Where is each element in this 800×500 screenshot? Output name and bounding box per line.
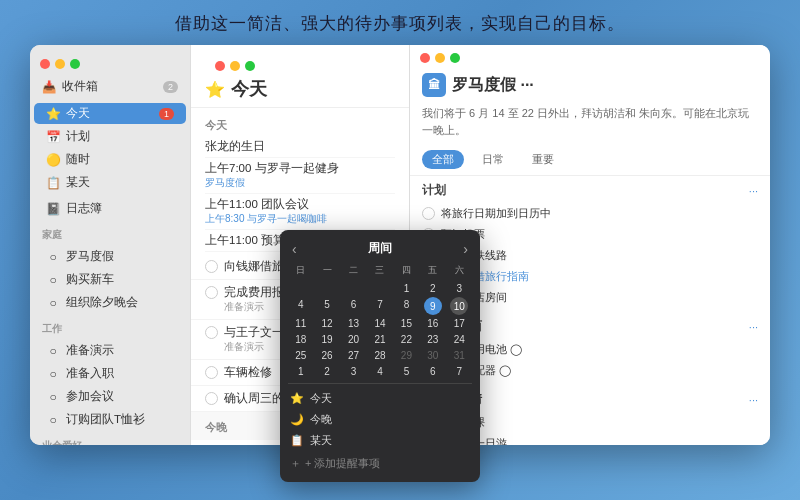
sidebar-item-anytime[interactable]: 🟡 随时 <box>34 149 186 170</box>
car-checkbox[interactable] <box>205 366 218 379</box>
sidebar-item-today[interactable]: ⭐ 今天 1 <box>34 103 186 124</box>
cal-day[interactable]: 26 <box>314 348 339 363</box>
cal-day[interactable]: 5 <box>394 364 419 379</box>
section-family: 家庭 <box>30 220 190 245</box>
wd-fri: 五 <box>420 263 445 278</box>
cal-day[interactable]: 22 <box>394 332 419 347</box>
date-text: 将旅行日期加到日历中 <box>441 206 551 221</box>
cal-day[interactable]: 3 <box>447 281 472 296</box>
cal-day[interactable]: 6 <box>420 364 445 379</box>
guide-checkbox[interactable] <box>205 260 218 273</box>
cal-tonight-label: 今晚 <box>310 412 332 427</box>
cal-day[interactable]: 10 <box>450 297 468 315</box>
sidebar-item-party[interactable]: ○ 组织除夕晚会 <box>34 292 186 313</box>
maximize-button[interactable] <box>70 59 80 69</box>
traffic-lights <box>30 51 190 75</box>
cal-someday-row[interactable]: 📋 某天 <box>288 430 472 451</box>
cal-day[interactable]: 2 <box>314 364 339 379</box>
tab-all[interactable]: 全部 <box>422 150 464 169</box>
cal-day[interactable]: 31 <box>447 348 472 363</box>
cal-day[interactable]: 30 <box>420 348 445 363</box>
cal-day[interactable]: 18 <box>288 332 313 347</box>
verify-checkbox[interactable] <box>205 326 218 339</box>
cal-next[interactable]: › <box>463 241 468 257</box>
cal-day[interactable]: 21 <box>367 332 392 347</box>
cal-day[interactable]: 20 <box>341 332 366 347</box>
sidebar-item-tshirt[interactable]: ○ 订购团队T恤衫 <box>34 409 186 430</box>
date-cb[interactable] <box>422 207 435 220</box>
sidebar-plan-label: 计划 <box>66 129 90 144</box>
cal-day[interactable]: 5 <box>314 297 339 315</box>
cal-day[interactable]: 15 <box>394 316 419 331</box>
sidebar-today-label: 今天 <box>66 106 90 121</box>
cal-day[interactable]: 28 <box>367 348 392 363</box>
cal-day[interactable]: 19 <box>314 332 339 347</box>
sidebar-item-meeting[interactable]: ○ 参加会议 <box>34 386 186 407</box>
today-section-label: 今天 <box>205 114 395 136</box>
cal-day[interactable]: 12 <box>314 316 339 331</box>
gym-detail: 罗马度假 <box>205 176 395 190</box>
cal-day[interactable]: 4 <box>288 297 313 315</box>
cal-today-row[interactable]: ⭐ 今天 <box>288 388 472 409</box>
detail-min[interactable] <box>435 53 445 63</box>
cal-day[interactable]: 2 <box>420 281 445 296</box>
cal-day[interactable]: 1 <box>394 281 419 296</box>
car-text: 车辆检修 <box>224 365 272 380</box>
cal-day[interactable]: 3 <box>341 364 366 379</box>
cal-tonight-row[interactable]: 🌙 今晚 <box>288 409 472 430</box>
cal-title: 周间 <box>368 240 392 257</box>
cal-day[interactable]: 6 <box>341 297 366 315</box>
cal-day[interactable]: 7 <box>367 297 392 315</box>
minimize-button[interactable] <box>55 59 65 69</box>
call-checkbox[interactable] <box>205 392 218 405</box>
cal-day[interactable]: 23 <box>420 332 445 347</box>
tab-daily[interactable]: 日常 <box>472 150 514 169</box>
sidebar-item-presentation[interactable]: ○ 准备演示 <box>34 340 186 361</box>
expense-checkbox[interactable] <box>205 286 218 299</box>
cal-day[interactable]: 27 <box>341 348 366 363</box>
wd-mon: 一 <box>314 263 339 278</box>
cal-day[interactable]: 1 <box>288 364 313 379</box>
sidebar-item-plan[interactable]: 📅 计划 <box>34 126 186 147</box>
sidebar-item-diary[interactable]: 📓 日志簿 <box>34 198 186 219</box>
cal-day[interactable]: 11 <box>288 316 313 331</box>
cal-day[interactable]: 24 <box>447 332 472 347</box>
sidebar-item-rome[interactable]: ○ 罗马度假 <box>34 246 186 267</box>
birthday-name: 张龙的生日 <box>205 139 395 154</box>
tab-important[interactable]: 重要 <box>522 150 564 169</box>
cal-day[interactable]: 25 <box>288 348 313 363</box>
cal-add-icon: ＋ <box>290 456 301 471</box>
plan-more[interactable]: ··· <box>749 185 758 197</box>
sidebar-car-label: 购买新车 <box>66 272 114 287</box>
tl-close[interactable] <box>215 61 225 71</box>
tl-max[interactable] <box>245 61 255 71</box>
cal-day[interactable]: 14 <box>367 316 392 331</box>
detail-max[interactable] <box>450 53 460 63</box>
section-hobby: 业余爱好 <box>30 431 190 445</box>
cal-day[interactable]: 7 <box>447 364 472 379</box>
sidebar-item-someday[interactable]: 📋 某天 <box>34 172 186 193</box>
tl-min[interactable] <box>230 61 240 71</box>
cal-prev[interactable]: ‹ <box>292 241 297 257</box>
sidebar-item-car[interactable]: ○ 购买新车 <box>34 269 186 290</box>
cal-day[interactable]: 29 <box>394 348 419 363</box>
wd-wed: 三 <box>367 263 392 278</box>
cal-day[interactable]: 9 <box>424 297 442 315</box>
event-meeting[interactable]: 上午11:00 团队会议 上午8:30 与罗寻一起喝咖啡 <box>205 194 395 230</box>
task-date-calendar[interactable]: 将旅行日期加到日历中 <box>422 203 758 224</box>
cal-day[interactable]: 17 <box>447 316 472 331</box>
sidebar-item-onboard[interactable]: ○ 准备入职 <box>34 363 186 384</box>
calendar-popup: ‹ 周间 › 日 一 二 三 四 五 六 1234567891011121314… <box>280 230 480 482</box>
close-button[interactable] <box>40 59 50 69</box>
cal-add-button[interactable]: ＋ + 添加提醒事项 <box>288 453 472 474</box>
todo-more[interactable]: ··· <box>749 394 758 406</box>
inbox-item[interactable]: 📥 收件箱 2 <box>30 75 190 98</box>
cal-day[interactable]: 16 <box>420 316 445 331</box>
event-gym[interactable]: 上午7:00 与罗寻一起健身 罗马度假 <box>205 158 395 194</box>
event-birthday[interactable]: 张龙的生日 <box>205 136 395 158</box>
detail-close[interactable] <box>420 53 430 63</box>
cal-day[interactable]: 8 <box>394 297 419 315</box>
cal-day[interactable]: 4 <box>367 364 392 379</box>
buy-more[interactable]: ··· <box>749 321 758 333</box>
cal-day[interactable]: 13 <box>341 316 366 331</box>
